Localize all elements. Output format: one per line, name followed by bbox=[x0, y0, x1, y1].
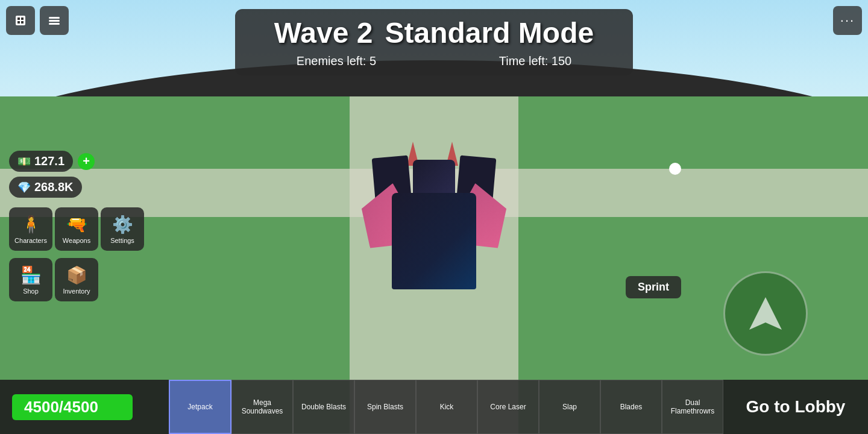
more-icon: ··· bbox=[840, 13, 855, 28]
weapons-button[interactable]: 🔫 Weapons bbox=[55, 207, 98, 251]
char-head bbox=[413, 160, 455, 196]
ability-label-5: Core Laser bbox=[490, 403, 526, 411]
wave-title: Wave 2 bbox=[274, 16, 373, 49]
ability-slot-6[interactable]: Slap bbox=[539, 380, 600, 434]
gold-icon: 💵 bbox=[17, 155, 31, 168]
svg-rect-0 bbox=[16, 16, 25, 25]
gem-row: 💎 268.8K bbox=[9, 177, 144, 198]
left-hud: 💵 127.1 + 💎 268.8K 🧍 Characters 🔫 Weapon… bbox=[9, 151, 144, 301]
weapons-label: Weapons bbox=[63, 237, 90, 244]
gold-amount: 127.1 bbox=[34, 154, 64, 168]
go-to-lobby-button[interactable]: Go to Lobby bbox=[723, 380, 868, 434]
shop-inventory-row: 🏪 Shop 📦 Inventory bbox=[9, 258, 144, 301]
roblox-home-button[interactable] bbox=[6, 6, 35, 35]
ability-label-3: Spin Blasts bbox=[367, 403, 403, 411]
movement-joystick[interactable] bbox=[723, 271, 808, 356]
add-gold-button[interactable]: + bbox=[78, 153, 95, 170]
ability-label-8: Dual Flamethrowrs bbox=[665, 398, 720, 416]
shop-label: Shop bbox=[23, 288, 39, 295]
wave-banner: Wave 2 Standard Mode Enemies left: 5 Tim… bbox=[235, 9, 633, 75]
shop-button[interactable]: 🏪 Shop bbox=[9, 258, 52, 301]
roblox-menu-button[interactable] bbox=[40, 6, 69, 35]
svg-rect-7 bbox=[49, 23, 60, 25]
svg-rect-4 bbox=[21, 21, 24, 24]
ability-label-0: Jetpack bbox=[187, 403, 212, 411]
health-text: 4500/4500 bbox=[24, 398, 98, 416]
svg-rect-2 bbox=[21, 17, 24, 20]
top-right-icons: ··· bbox=[833, 6, 862, 35]
ability-slot-2[interactable]: Double Blasts bbox=[293, 380, 354, 434]
ability-label-6: Slap bbox=[562, 403, 577, 411]
char-body bbox=[392, 193, 476, 289]
inventory-label: Inventory bbox=[63, 288, 90, 295]
action-icons: 🧍 Characters 🔫 Weapons ⚙️ Settings bbox=[9, 207, 144, 251]
settings-label: Settings bbox=[110, 237, 134, 244]
gold-row: 💵 127.1 + bbox=[9, 151, 144, 172]
svg-rect-3 bbox=[17, 21, 20, 24]
ability-slots: JetpackMega SoundwavesDouble BlastsSpin … bbox=[169, 380, 723, 434]
enemies-left: Enemies left: 5 bbox=[297, 54, 376, 68]
character bbox=[356, 121, 512, 289]
svg-rect-6 bbox=[49, 20, 60, 22]
inventory-icon: 📦 bbox=[66, 265, 87, 285]
ability-slot-1[interactable]: Mega Soundwaves bbox=[231, 380, 293, 434]
gem-badge: 💎 268.8K bbox=[9, 177, 82, 198]
ability-slot-7[interactable]: Blades bbox=[600, 380, 662, 434]
ability-label-4: Kick bbox=[440, 403, 454, 411]
svg-rect-5 bbox=[49, 17, 60, 19]
top-left-icons bbox=[6, 6, 69, 35]
ability-slot-0[interactable]: Jetpack bbox=[169, 380, 231, 434]
weapons-icon: 🔫 bbox=[66, 215, 87, 234]
mode-title: Standard Mode bbox=[385, 16, 594, 49]
settings-button[interactable]: ⚙️ Settings bbox=[101, 207, 144, 251]
go-lobby-label: Go to Lobby bbox=[746, 397, 846, 417]
top-hud: Wave 2 Standard Mode Enemies left: 5 Tim… bbox=[235, 9, 633, 75]
time-left: Time left: 150 bbox=[499, 54, 571, 68]
ability-slot-5[interactable]: Core Laser bbox=[477, 380, 539, 434]
inventory-button[interactable]: 📦 Inventory bbox=[55, 258, 98, 301]
gem-amount: 268.8K bbox=[34, 180, 74, 194]
ability-slot-3[interactable]: Spin Blasts bbox=[354, 380, 416, 434]
health-bar-section: 4500/4500 bbox=[0, 380, 169, 434]
health-bar: 4500/4500 bbox=[12, 394, 133, 420]
gold-badge: 💵 127.1 bbox=[9, 151, 73, 172]
ability-label-7: Blades bbox=[620, 403, 643, 411]
settings-icon: ⚙️ bbox=[112, 215, 133, 234]
bottom-bar: 4500/4500 JetpackMega SoundwavesDouble B… bbox=[0, 380, 868, 434]
ability-slot-4[interactable]: Kick bbox=[416, 380, 477, 434]
joystick-arrow-up bbox=[747, 295, 784, 332]
ability-label-1: Mega Soundwaves bbox=[234, 398, 290, 416]
orb bbox=[669, 163, 681, 175]
ability-slot-8[interactable]: Dual Flamethrowrs bbox=[662, 380, 723, 434]
characters-icon: 🧍 bbox=[20, 215, 42, 234]
more-options-button[interactable]: ··· bbox=[833, 6, 862, 35]
sprint-button[interactable]: Sprint bbox=[626, 276, 681, 298]
shop-icon: 🏪 bbox=[20, 265, 42, 285]
ability-label-2: Double Blasts bbox=[301, 403, 346, 411]
characters-button[interactable]: 🧍 Characters bbox=[9, 207, 52, 251]
gem-icon: 💎 bbox=[17, 181, 31, 194]
characters-label: Characters bbox=[14, 237, 47, 244]
svg-rect-1 bbox=[17, 17, 20, 20]
